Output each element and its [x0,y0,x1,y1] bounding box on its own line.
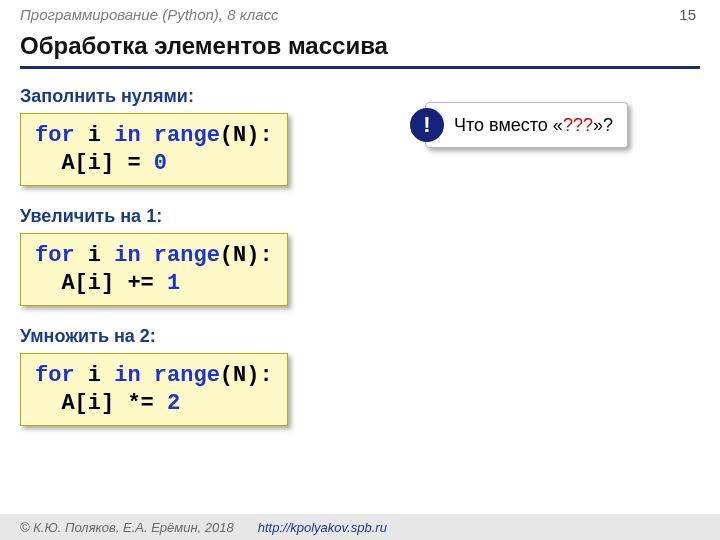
title-rule [20,66,700,69]
code-kw: in [114,123,140,148]
footer-copyright: © К.Ю. Поляков, Е.А. Ерёмин, 2018 [20,520,234,535]
code-text: (N): [220,363,273,388]
code-fn: range [154,123,220,148]
callout-suffix: »? [593,115,613,135]
code-text [141,123,154,148]
codebox-fill-zeros: for i in range(N): A[i] = 0 [20,113,288,186]
code-id: i [75,123,115,148]
callout-hilite: ??? [563,115,593,135]
page-number: 15 [679,6,696,23]
footer-url: http://kpolyakov.spb.ru [258,520,387,535]
code-text [141,243,154,268]
code-text: (N): [220,123,273,148]
code-text: A[i] += [35,271,167,296]
code-kw: for [35,363,75,388]
code-id: i [75,243,115,268]
exclaim-icon: ! [410,108,444,142]
code-fn: range [154,363,220,388]
callout: ! Что вместо «???»? [425,102,628,148]
code-text: A[i] *= [35,391,167,416]
code-num: 2 [167,391,180,416]
callout-text: Что вместо «???»? [454,115,613,136]
code-num: 1 [167,271,180,296]
page-title: Обработка элементов массива [20,32,388,60]
code-kw: for [35,243,75,268]
subhead-inc-one: Увеличить на 1: [20,206,700,227]
code-text [141,363,154,388]
code-kw: in [114,363,140,388]
code-fn: range [154,243,220,268]
breadcrumb: Программирование (Python), 8 класс [20,6,279,23]
code-num: 0 [154,151,167,176]
codebox-inc-one: for i in range(N): A[i] += 1 [20,233,288,306]
code-id: i [75,363,115,388]
codebox-mul-two: for i in range(N): A[i] *= 2 [20,353,288,426]
code-kw: for [35,123,75,148]
slide: Программирование (Python), 8 класс 15 Об… [0,0,720,540]
footer: © К.Ю. Поляков, Е.А. Ерёмин, 2018 http:/… [0,514,720,540]
code-text: A[i] = [35,151,154,176]
subhead-mul-two: Умножить на 2: [20,326,700,347]
code-text: (N): [220,243,273,268]
callout-prefix: Что вместо « [454,115,563,135]
code-kw: in [114,243,140,268]
